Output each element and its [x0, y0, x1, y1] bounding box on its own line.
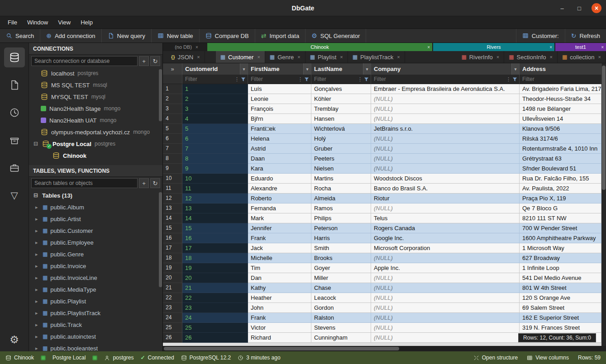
cell-company[interactable]: (NULL): [371, 104, 520, 114]
table-list-item[interactable]: ▸ ▦ public.Artist: [29, 213, 162, 225]
table-row[interactable]: 25 25 Victor Stevens (NULL) 319 N. Franc…: [163, 323, 601, 333]
row-number[interactable]: 14: [163, 213, 182, 223]
cell-customerid[interactable]: 23: [182, 303, 248, 313]
cell-lastname[interactable]: Goyer: [311, 263, 371, 273]
close-icon[interactable]: ×: [340, 54, 343, 60]
cell-company[interactable]: (NULL): [371, 253, 520, 263]
cell-firstname[interactable]: Dan: [248, 273, 311, 283]
cell-firstname[interactable]: Alexandre: [248, 184, 311, 194]
add-table-plus-button[interactable]: +: [139, 178, 149, 188]
grid-corner-button[interactable]: »: [163, 63, 182, 75]
close-icon[interactable]: ×: [549, 45, 552, 50]
sql-generator-button[interactable]: ⚙ SQL Generator: [305, 29, 366, 43]
rail-database-icon[interactable]: [4, 47, 25, 67]
cell-customerid[interactable]: 9: [182, 164, 248, 174]
cell-company[interactable]: Apple Inc.: [371, 263, 520, 273]
table-row[interactable]: 20 20 Dan Miller (NULL) 541 Del Medio Av…: [163, 273, 601, 283]
cell-customerid[interactable]: 6: [182, 134, 248, 144]
table-row[interactable]: 23 23 John Gordon (NULL) 69 Salem Street: [163, 303, 601, 313]
cell-firstname[interactable]: Helena: [248, 134, 311, 144]
table-list-item[interactable]: ▸ ▦ public.Genre: [29, 248, 162, 260]
chevron-right-icon[interactable]: ▸: [35, 204, 40, 210]
close-icon[interactable]: ×: [550, 54, 553, 60]
cell-company[interactable]: Rogers Canada: [371, 223, 520, 233]
table-row[interactable]: 17 17 Jack Smith Microsoft Corporation 1…: [163, 243, 601, 253]
database-group-tab[interactable]: test1 ×: [555, 43, 606, 51]
connection-item[interactable]: ⊟ ✓ olympus-medportal.vychozi.cz mongo: [29, 126, 162, 138]
cell-company[interactable]: (NULL): [371, 333, 520, 343]
file-tab[interactable]: ▦ {} SectionInfo ×: [504, 51, 558, 63]
cell-firstname[interactable]: Kathy: [248, 283, 311, 293]
cell-lastname[interactable]: Gonçalves: [311, 84, 371, 94]
row-number[interactable]: 4: [163, 114, 182, 124]
close-icon[interactable]: ×: [257, 54, 260, 60]
cell-address[interactable]: 801 W 4th Street: [520, 283, 601, 293]
table-list-item[interactable]: ▸ ▦ public.InvoiceLine: [29, 272, 162, 284]
cell-address[interactable]: 627 Broadway: [520, 253, 601, 263]
cell-firstname[interactable]: Heather: [248, 293, 311, 303]
database-group-tab[interactable]: Rivers ×: [433, 43, 554, 51]
connections-scrollbar[interactable]: [159, 69, 162, 121]
cell-company[interactable]: (NULL): [371, 283, 520, 293]
row-number[interactable]: 2: [163, 94, 182, 104]
table-list-item[interactable]: ▸ ▦ public.Album: [29, 201, 162, 213]
cell-customerid[interactable]: 22: [182, 293, 248, 303]
filter-input[interactable]: Filter: [371, 76, 505, 82]
cell-address[interactable]: Ullevĺlsveien 14: [520, 114, 601, 124]
cell-lastname[interactable]: Philips: [311, 213, 371, 223]
cell-company[interactable]: Embraer - Empresa Brasileira de Aeronáut…: [371, 84, 520, 94]
table-list-item[interactable]: ▸ ▦ public.Playlist: [29, 295, 162, 307]
cell-firstname[interactable]: Victor: [248, 323, 311, 333]
cell-company[interactable]: (NULL): [371, 303, 520, 313]
filter-funnel-icon[interactable]: [304, 77, 309, 82]
cell-address[interactable]: Sřnder Boulevard 51: [520, 164, 601, 174]
file-tab[interactable]: ▦ {} Customer ×: [216, 51, 265, 63]
filter-cell[interactable]: Filter ⋮: [520, 75, 601, 84]
cell-lastname[interactable]: Miller: [311, 273, 371, 283]
table-list-item[interactable]: ▸ ▦ public.PlaylistTrack: [29, 307, 162, 319]
cell-customerid[interactable]: 3: [182, 104, 248, 114]
cell-address[interactable]: 1 Microsoft Way: [520, 243, 601, 253]
cell-customerid[interactable]: 14: [182, 213, 248, 223]
cell-lastname[interactable]: Smith: [311, 243, 371, 253]
cell-company[interactable]: (NULL): [371, 154, 520, 164]
kebab-menu-icon[interactable]: ⋮: [505, 76, 512, 82]
cell-firstname[interactable]: Michelle: [248, 253, 311, 263]
table-row[interactable]: 6 6 Helena Holý (NULL) Rilská 3174/6: [163, 134, 601, 144]
rail-favorites-icon[interactable]: ▽: [4, 185, 25, 205]
table-row[interactable]: 9 9 Kara Nielsen (NULL) Sřnder Boulevard…: [163, 164, 601, 174]
cell-lastname[interactable]: Wichterlová: [311, 124, 371, 134]
cell-company[interactable]: JetBrains s.r.o.: [371, 124, 520, 134]
cell-firstname[interactable]: Roberto: [248, 194, 311, 203]
table-row[interactable]: 11 11 Alexandre Rocha Banco do Brasil S.…: [163, 184, 601, 194]
rail-files-icon[interactable]: [4, 75, 25, 95]
chevron-right-icon[interactable]: ▸: [35, 334, 40, 340]
cell-address[interactable]: Av. Brigadeiro Faria Lima, 2170: [520, 84, 601, 94]
cell-address[interactable]: 120 S Orange Ave: [520, 293, 601, 303]
menu-item[interactable]: Window: [22, 16, 53, 28]
chevron-right-icon[interactable]: ▸: [35, 240, 40, 246]
cell-customerid[interactable]: 7: [182, 144, 248, 154]
cell-customerid[interactable]: 21: [182, 283, 248, 293]
cell-lastname[interactable]: Ramos: [311, 203, 371, 213]
connection-item[interactable]: ⊟ ✓ MYSQL TEST mysql: [29, 91, 162, 103]
tables-group-row[interactable]: ⊟ Tables (13): [29, 189, 162, 201]
chevron-right-icon[interactable]: ▸: [35, 345, 40, 351]
chevron-right-icon[interactable]: ▸: [35, 298, 40, 304]
chevron-right-icon[interactable]: ▸: [35, 216, 40, 222]
add-connection-button[interactable]: ⊕ Add connection: [40, 29, 101, 43]
close-icon[interactable]: ×: [427, 45, 430, 50]
cell-customerid[interactable]: 8: [182, 154, 248, 164]
rail-archive-icon[interactable]: [4, 130, 25, 150]
column-header[interactable]: Address ▾: [520, 63, 601, 75]
grid-vertical-scrollbar[interactable]: [601, 63, 606, 346]
cell-customerid[interactable]: 20: [182, 273, 248, 283]
row-number[interactable]: 24: [163, 313, 182, 323]
minimize-button[interactable]: –: [557, 3, 567, 13]
table-row[interactable]: 12 12 Roberto Almeida Riotur Praça Pio X…: [163, 194, 601, 203]
table-row[interactable]: 8 8 Daan Peeters (NULL) Grétrystraat 63: [163, 154, 601, 164]
table-row[interactable]: 19 19 Tim Goyer Apple Inc. 1 Infinite Lo…: [163, 263, 601, 273]
import-data-button[interactable]: ⇄ Import data: [255, 29, 306, 43]
scrollbar-thumb[interactable]: [602, 66, 606, 190]
cell-firstname[interactable]: Eduardo: [248, 174, 311, 184]
